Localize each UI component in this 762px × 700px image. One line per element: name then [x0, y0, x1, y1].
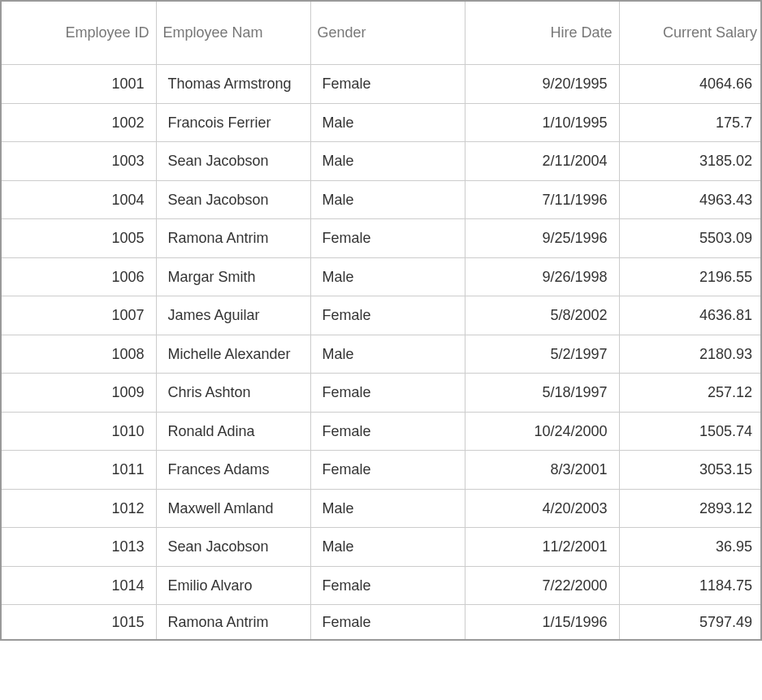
cell-gender[interactable]: Female: [310, 412, 465, 451]
cell-employee-id[interactable]: 1001: [2, 65, 156, 104]
cell-employee-name[interactable]: Ramona Antrim: [156, 219, 310, 258]
table-row[interactable]: 1004Sean JacobsonMale7/11/19964963.43: [2, 180, 762, 219]
header-row: Employee ID Employee Nam Gender Hire Dat…: [2, 2, 762, 65]
cell-current-salary[interactable]: 175.7: [619, 103, 762, 142]
cell-employee-id[interactable]: 1014: [2, 566, 156, 605]
cell-hire-date[interactable]: 4/20/2003: [465, 489, 619, 528]
table-row[interactable]: 1001Thomas ArmstrongFemale9/20/19954064.…: [2, 65, 762, 104]
cell-employee-id[interactable]: 1002: [2, 103, 156, 142]
cell-current-salary[interactable]: 1184.75: [619, 566, 762, 605]
cell-current-salary[interactable]: 2196.55: [619, 257, 762, 296]
cell-employee-name[interactable]: Chris Ashton: [156, 374, 310, 413]
cell-employee-id[interactable]: 1013: [2, 528, 156, 567]
cell-current-salary[interactable]: 3053.15: [619, 451, 762, 490]
table-row[interactable]: 1010Ronald AdinaFemale10/24/20001505.74: [2, 412, 762, 451]
table-row[interactable]: 1014Emilio AlvaroFemale7/22/20001184.75: [2, 566, 762, 605]
cell-hire-date[interactable]: 5/8/2002: [465, 296, 619, 335]
cell-current-salary[interactable]: 4963.43: [619, 180, 762, 219]
table-row[interactable]: 1011Frances AdamsFemale8/3/20013053.15: [2, 451, 762, 490]
cell-hire-date[interactable]: 11/2/2001: [465, 528, 619, 567]
cell-employee-name[interactable]: Margar Smith: [156, 257, 310, 296]
employee-data-grid[interactable]: Employee ID Employee Nam Gender Hire Dat…: [0, 0, 762, 641]
cell-gender[interactable]: Male: [310, 257, 465, 296]
cell-gender[interactable]: Female: [310, 296, 465, 335]
cell-employee-id[interactable]: 1011: [2, 451, 156, 490]
cell-employee-name[interactable]: Francois Ferrier: [156, 103, 310, 142]
cell-gender[interactable]: Female: [310, 566, 465, 605]
cell-hire-date[interactable]: 1/15/1996: [465, 605, 619, 639]
cell-employee-id[interactable]: 1009: [2, 374, 156, 413]
cell-gender[interactable]: Male: [310, 180, 465, 219]
cell-gender[interactable]: Male: [310, 489, 465, 528]
table-row[interactable]: 1006Margar SmithMale9/26/19982196.55: [2, 257, 762, 296]
header-employee-id[interactable]: Employee ID: [2, 2, 156, 65]
cell-gender[interactable]: Male: [310, 103, 465, 142]
cell-employee-name[interactable]: Michelle Alexander: [156, 335, 310, 374]
employee-table: Employee ID Employee Nam Gender Hire Dat…: [2, 2, 762, 639]
cell-employee-name[interactable]: Sean Jacobson: [156, 528, 310, 567]
cell-gender[interactable]: Female: [310, 374, 465, 413]
cell-hire-date[interactable]: 9/26/1998: [465, 257, 619, 296]
cell-employee-name[interactable]: Thomas Armstrong: [156, 65, 310, 104]
cell-current-salary[interactable]: 36.95: [619, 528, 762, 567]
cell-gender[interactable]: Female: [310, 605, 465, 639]
cell-hire-date[interactable]: 8/3/2001: [465, 451, 619, 490]
cell-employee-id[interactable]: 1004: [2, 180, 156, 219]
table-row[interactable]: 1009Chris AshtonFemale5/18/1997257.12: [2, 374, 762, 413]
cell-employee-id[interactable]: 1012: [2, 489, 156, 528]
table-row[interactable]: 1013Sean JacobsonMale11/2/200136.95: [2, 528, 762, 567]
cell-employee-id[interactable]: 1003: [2, 142, 156, 181]
cell-current-salary[interactable]: 257.12: [619, 374, 762, 413]
table-row[interactable]: 1007James AguilarFemale5/8/20024636.81: [2, 296, 762, 335]
cell-employee-name[interactable]: Ramona Antrim: [156, 605, 310, 639]
cell-current-salary[interactable]: 4636.81: [619, 296, 762, 335]
header-gender[interactable]: Gender: [310, 2, 465, 65]
cell-hire-date[interactable]: 10/24/2000: [465, 412, 619, 451]
cell-employee-name[interactable]: Frances Adams: [156, 451, 310, 490]
cell-hire-date[interactable]: 1/10/1995: [465, 103, 619, 142]
cell-employee-name[interactable]: Maxwell Amland: [156, 489, 310, 528]
cell-employee-id[interactable]: 1006: [2, 257, 156, 296]
table-row[interactable]: 1003Sean JacobsonMale2/11/20043185.02: [2, 142, 762, 181]
cell-gender[interactable]: Male: [310, 142, 465, 181]
table-row[interactable]: 1008Michelle AlexanderMale5/2/19972180.9…: [2, 335, 762, 374]
header-employee-name[interactable]: Employee Nam: [156, 2, 310, 65]
table-row[interactable]: 1012Maxwell AmlandMale4/20/20032893.12: [2, 489, 762, 528]
cell-hire-date[interactable]: 9/20/1995: [465, 65, 619, 104]
cell-hire-date[interactable]: 7/11/1996: [465, 180, 619, 219]
cell-gender[interactable]: Female: [310, 219, 465, 258]
cell-gender[interactable]: Male: [310, 528, 465, 567]
cell-hire-date[interactable]: 7/22/2000: [465, 566, 619, 605]
cell-employee-id[interactable]: 1005: [2, 219, 156, 258]
cell-employee-name[interactable]: Sean Jacobson: [156, 142, 310, 181]
cell-employee-name[interactable]: James Aguilar: [156, 296, 310, 335]
cell-hire-date[interactable]: 9/25/1996: [465, 219, 619, 258]
cell-employee-id[interactable]: 1015: [2, 605, 156, 639]
table-row[interactable]: 1005Ramona AntrimFemale9/25/19965503.09: [2, 219, 762, 258]
cell-employee-name[interactable]: Emilio Alvaro: [156, 566, 310, 605]
cell-employee-id[interactable]: 1007: [2, 296, 156, 335]
header-hire-date[interactable]: Hire Date: [465, 2, 619, 65]
cell-gender[interactable]: Male: [310, 335, 465, 374]
cell-gender[interactable]: Female: [310, 451, 465, 490]
cell-current-salary[interactable]: 1505.74: [619, 412, 762, 451]
cell-employee-name[interactable]: Ronald Adina: [156, 412, 310, 451]
cell-current-salary[interactable]: 5797.49: [619, 605, 762, 639]
cell-hire-date[interactable]: 5/2/1997: [465, 335, 619, 374]
table-body: 1001Thomas ArmstrongFemale9/20/19954064.…: [2, 65, 762, 639]
cell-current-salary[interactable]: 3185.02: [619, 142, 762, 181]
cell-current-salary[interactable]: 2180.93: [619, 335, 762, 374]
cell-current-salary[interactable]: 2893.12: [619, 489, 762, 528]
cell-current-salary[interactable]: 4064.66: [619, 65, 762, 104]
table-row[interactable]: 1015Ramona AntrimFemale1/15/19965797.49: [2, 605, 762, 639]
cell-hire-date[interactable]: 2/11/2004: [465, 142, 619, 181]
cell-employee-name[interactable]: Sean Jacobson: [156, 180, 310, 219]
header-current-salary[interactable]: Current Salary: [619, 2, 762, 65]
cell-current-salary[interactable]: 5503.09: [619, 219, 762, 258]
table-row[interactable]: 1002Francois FerrierMale1/10/1995175.7: [2, 103, 762, 142]
cell-hire-date[interactable]: 5/18/1997: [465, 374, 619, 413]
cell-gender[interactable]: Female: [310, 65, 465, 104]
cell-employee-id[interactable]: 1008: [2, 335, 156, 374]
cell-employee-id[interactable]: 1010: [2, 412, 156, 451]
